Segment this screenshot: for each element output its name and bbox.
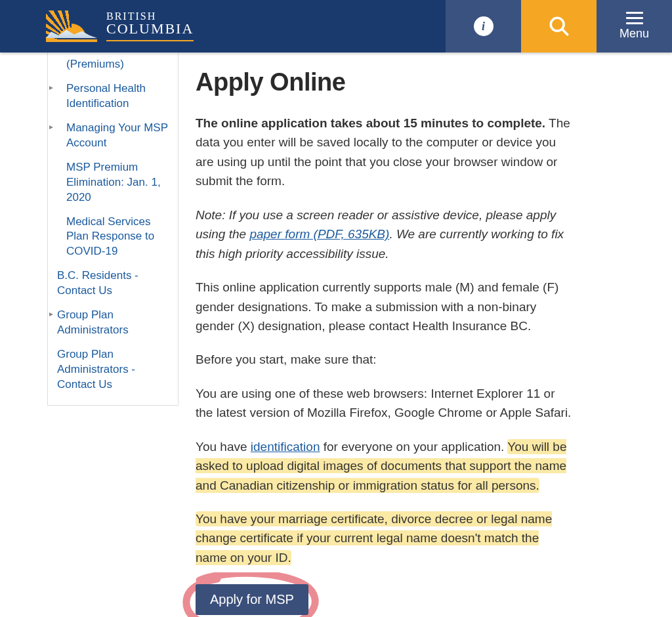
search-button[interactable] — [521, 0, 597, 53]
hamburger-icon — [626, 12, 643, 24]
browser-paragraph: You are using one of these web browsers:… — [196, 384, 574, 423]
paper-form-link[interactable]: paper form (PDF, 635KB) — [249, 227, 389, 241]
before-start-paragraph: Before you start, make sure that: — [196, 350, 574, 369]
sidebar-nav: (Premiums) Personal Health Identificatio… — [47, 53, 178, 617]
sidebar-item-managing-msp[interactable]: Managing Your MSP Account — [48, 116, 178, 156]
sidebar-item-premium-elimination[interactable]: MSP Premium Elimination: Jan. 1, 2020 — [48, 156, 178, 210]
brand-logo[interactable]: BRITISH COLUMBIA — [0, 11, 194, 42]
info-icon: i — [474, 16, 494, 36]
note-paragraph: Note: If you use a screen reader or assi… — [196, 205, 574, 263]
identification-link[interactable]: identification — [251, 440, 320, 454]
main-content: Apply Online The online application take… — [178, 53, 625, 617]
info-button[interactable]: i — [446, 0, 521, 53]
search-icon — [548, 15, 570, 37]
site-header: BRITISH COLUMBIA i Menu — [0, 0, 672, 53]
menu-button[interactable]: Menu — [597, 0, 672, 53]
sidebar-item-premiums[interactable]: (Premiums) — [48, 53, 178, 77]
sidebar-item-group-plan-contact[interactable]: Group Plan Administrators - Contact Us — [48, 343, 178, 397]
apply-for-msp-button[interactable]: Apply for MSP — [196, 584, 308, 615]
svg-line-1 — [562, 30, 567, 35]
sidebar-item-personal-health-id[interactable]: Personal Health Identification — [48, 77, 178, 116]
intro-paragraph: The online application takes about 15 mi… — [196, 114, 574, 191]
sidebar-item-residents-contact[interactable]: B.C. Residents - Contact Us — [48, 264, 178, 303]
identification-paragraph: You have identification for everyone on … — [196, 437, 574, 495]
brand-text: BRITISH COLUMBIA — [106, 11, 194, 41]
bc-sun-icon — [46, 11, 97, 42]
menu-label: Menu — [620, 27, 649, 41]
marriage-cert-paragraph: You have your marriage certificate, divo… — [196, 509, 574, 567]
gender-paragraph: This online application currently suppor… — [196, 278, 574, 335]
sidebar-item-group-plan-admins[interactable]: Group Plan Administrators — [48, 303, 178, 343]
sidebar-item-covid-response[interactable]: Medical Services Plan Response to COVID-… — [48, 210, 178, 265]
page-title: Apply Online — [196, 68, 574, 96]
highlight-name-change: You have your marriage certificate, divo… — [196, 511, 552, 565]
